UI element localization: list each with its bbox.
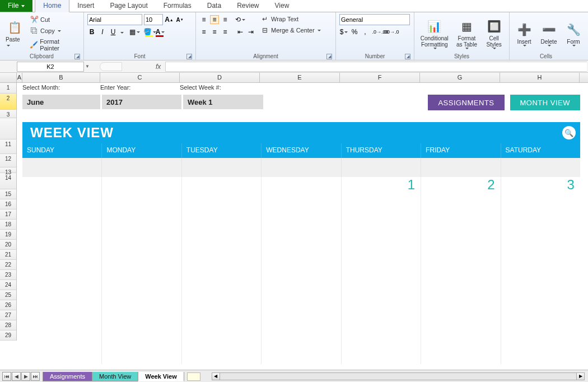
row-22[interactable]: 22 [0,260,17,270]
tab-week-view[interactable]: Week View [138,372,184,381]
align-bottom-icon[interactable]: ≡ [221,15,230,24]
row-15[interactable]: 15 [0,189,17,199]
date-sun[interactable] [22,177,102,193]
align-middle-icon[interactable]: ≡ [210,15,219,24]
format-as-table-button[interactable]: ▦Formatas Table [454,14,480,53]
col-D[interactable]: D [180,73,260,82]
underline-dropdown[interactable] [119,29,124,35]
col-G[interactable]: G [420,73,500,82]
grow-font-icon[interactable]: A▲ [165,15,174,24]
row-27[interactable]: 27 [0,310,17,320]
increase-indent-icon[interactable]: ⇥ [246,27,255,36]
row-21[interactable]: 21 [0,250,17,260]
formula-input[interactable] [165,62,587,72]
nav-last-icon[interactable]: ⏭ [31,372,40,381]
fx-icon[interactable]: fx [156,63,161,71]
month-view-button[interactable]: MONTH VIEW [510,95,581,110]
insert-cells-button[interactable]: ➕Insert [513,14,535,53]
font-launcher[interactable]: ◢ [186,54,192,59]
new-sheet-icon[interactable] [187,372,200,381]
col-A[interactable]: A [17,73,22,82]
date-mon[interactable] [102,177,181,193]
number-format-select[interactable] [339,14,410,25]
col-C[interactable]: C [100,73,180,82]
cut-button[interactable]: ✂️Cut [28,15,80,25]
row-19[interactable]: 19 [0,230,17,240]
date-tue[interactable] [182,177,262,193]
format-cells-button[interactable]: 🔧Form [562,14,585,53]
paste-button[interactable]: 📋 Paste [3,14,26,53]
border-button[interactable]: ▦ [130,27,139,36]
percent-icon[interactable]: % [350,27,359,36]
date-thu[interactable]: 1 [342,177,421,193]
shrink-font-icon[interactable]: A▼ [175,15,184,24]
col-F[interactable]: F [340,73,420,82]
decrease-decimal-icon[interactable]: .00→.0 [386,27,395,36]
align-top-icon[interactable]: ≡ [199,15,208,24]
font-name-select[interactable] [87,14,142,25]
tab-review[interactable]: Review [229,0,267,12]
fill-color-button[interactable]: 🪣 [145,27,154,36]
format-painter-button[interactable]: 🖌️Format Painter [28,38,80,52]
comma-icon[interactable]: , [361,27,370,36]
nav-first-icon[interactable]: ⏮ [2,372,11,381]
clipboard-launcher[interactable]: ◢ [74,54,80,59]
name-box[interactable]: K2 [17,62,84,72]
scroll-left-icon[interactable]: ◀ [212,373,220,380]
tab-month-view[interactable]: Month View [92,372,138,381]
nav-next-icon[interactable]: ▶ [21,372,30,381]
font-size-select[interactable] [144,14,163,25]
row-2[interactable]: 2 [0,94,17,110]
file-menu[interactable]: File [0,0,32,12]
orientation-icon[interactable]: ⟲ [236,15,245,24]
horizontal-scrollbar[interactable]: ◀ ▶ [212,372,585,380]
search-icon[interactable]: 🔍 [562,126,576,139]
merge-center-button[interactable]: ⊟Merge & Center [259,25,323,35]
year-cell[interactable]: 2017 [102,95,181,109]
row-16[interactable]: 16 [0,199,17,209]
row-23[interactable]: 23 [0,270,17,280]
row-12[interactable]: 12 [0,154,17,167]
row-14[interactable]: 14 [0,173,17,189]
week-cell[interactable]: Week 1 [183,95,263,109]
align-right-icon[interactable]: ≡ [221,27,230,36]
date-fri[interactable]: 2 [421,177,501,193]
tab-home[interactable]: Home [35,0,69,12]
select-all-corner[interactable] [0,73,17,82]
tab-data[interactable]: Data [199,0,229,12]
align-center-icon[interactable]: ≡ [210,27,219,36]
underline-button[interactable]: U [109,27,118,36]
row-18[interactable]: 18 [0,220,17,230]
copy-button[interactable]: ⿻Copy [28,26,80,36]
row-25[interactable]: 25 [0,290,17,300]
nav-prev-icon[interactable]: ◀ [12,372,21,381]
namebox-dropdown[interactable]: ▼ [85,64,90,69]
conditional-formatting-button[interactable]: 📊ConditionalFormatting [418,14,451,53]
col-E[interactable]: E [260,73,340,82]
row-24[interactable]: 24 [0,280,17,290]
tab-assignments[interactable]: Assignments [43,372,92,381]
tab-view[interactable]: View [267,0,297,12]
tab-insert[interactable]: Insert [69,0,102,12]
month-cell[interactable]: June [22,95,100,109]
row-1[interactable]: 1 [0,83,17,94]
row-26[interactable]: 26 [0,300,17,310]
cell-styles-button[interactable]: 🔲CellStyles [482,14,506,53]
alignment-launcher[interactable]: ◢ [326,54,332,59]
week-body[interactable] [22,193,580,364]
date-wed[interactable] [262,177,341,193]
date-sat[interactable]: 3 [501,177,580,193]
wrap-text-button[interactable]: ↵Wrap Text [259,14,323,24]
scroll-right-icon[interactable]: ▶ [576,373,584,380]
assignments-button[interactable]: ASSIGNMENTS [428,95,504,110]
col-H[interactable]: H [500,73,580,82]
row-17[interactable]: 17 [0,209,17,220]
delete-cells-button[interactable]: ➖Delete [538,14,560,53]
tab-formulas[interactable]: Formulas [156,0,199,12]
italic-button[interactable]: I [98,27,107,36]
row-20[interactable]: 20 [0,240,17,250]
row-29[interactable]: 29 [0,330,17,341]
font-color-button[interactable]: A [156,27,165,36]
number-launcher[interactable]: ◢ [405,54,410,59]
worksheet[interactable]: Select Month: Enter Year: Select Week #:… [17,83,588,364]
